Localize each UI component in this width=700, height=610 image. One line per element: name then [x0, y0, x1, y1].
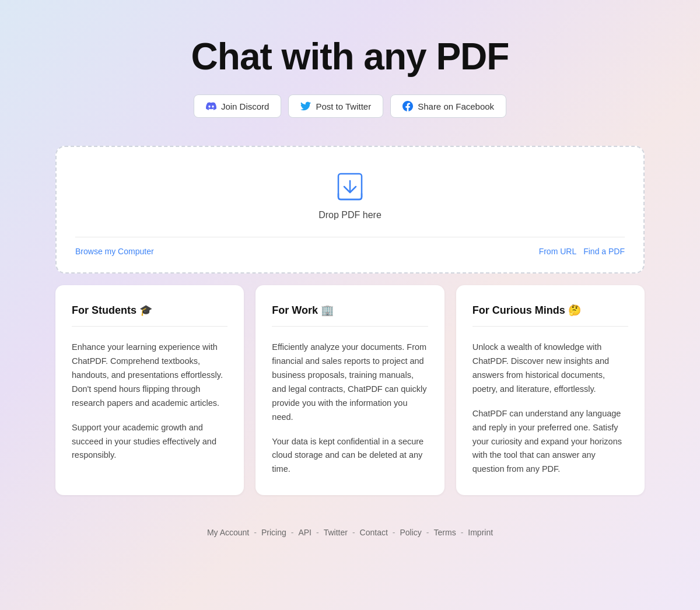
- footer-pricing[interactable]: Pricing: [261, 528, 286, 537]
- footer-sep-1: -: [254, 528, 257, 537]
- curious-card-title: For Curious Minds 🤔: [473, 304, 628, 327]
- footer-twitter[interactable]: Twitter: [324, 528, 348, 537]
- right-links-group: From URL Find a PDF: [539, 247, 625, 256]
- drop-zone-footer: Browse my Computer From URL Find a PDF: [75, 237, 625, 256]
- work-card: For Work 🏢 Efficiently analyze your docu…: [256, 285, 444, 495]
- curious-para-1: Unlock a wealth of knowledge with ChatPD…: [473, 341, 628, 397]
- work-para-2: Your data is kept confidential in a secu…: [272, 435, 428, 477]
- page-title: Chat with any PDF: [191, 35, 509, 78]
- students-para-1: Enhance your learning experience with Ch…: [72, 341, 228, 411]
- browse-computer-link[interactable]: Browse my Computer: [75, 247, 154, 256]
- footer-sep-7: -: [461, 528, 464, 537]
- curious-para-2: ChatPDF can understand any language and …: [473, 407, 628, 477]
- action-buttons-row: Join Discord Post to Twitter Share on Fa…: [194, 94, 506, 118]
- feature-cards: For Students 🎓 Enhance your learning exp…: [55, 285, 645, 495]
- footer-imprint[interactable]: Imprint: [468, 528, 493, 537]
- join-discord-button[interactable]: Join Discord: [194, 94, 282, 118]
- work-card-body: Efficiently analyze your documents. From…: [272, 341, 428, 476]
- facebook-icon: [402, 101, 413, 111]
- footer: My Account - Pricing - API - Twitter - C…: [207, 528, 493, 537]
- curious-card-body: Unlock a wealth of knowledge with ChatPD…: [473, 341, 628, 476]
- footer-sep-6: -: [426, 528, 429, 537]
- students-card-title: For Students 🎓: [72, 304, 228, 327]
- post-twitter-label: Post to Twitter: [316, 101, 371, 111]
- footer-sep-5: -: [393, 528, 396, 537]
- discord-icon: [206, 101, 216, 111]
- pdf-inbox-icon: [334, 170, 366, 203]
- work-para-1: Efficiently analyze your documents. From…: [272, 341, 428, 425]
- pdf-drop-zone[interactable]: Drop PDF here Browse my Computer From UR…: [55, 146, 645, 274]
- footer-terms[interactable]: Terms: [434, 528, 456, 537]
- curious-card: For Curious Minds 🤔 Unlock a wealth of k…: [456, 285, 645, 495]
- footer-sep-4: -: [352, 528, 355, 537]
- find-pdf-link[interactable]: Find a PDF: [583, 247, 625, 256]
- join-discord-label: Join Discord: [221, 101, 270, 111]
- footer-policy[interactable]: Policy: [400, 528, 421, 537]
- post-twitter-button[interactable]: Post to Twitter: [288, 94, 383, 118]
- footer-sep-2: -: [291, 528, 294, 537]
- footer-contact[interactable]: Contact: [360, 528, 388, 537]
- drop-text: Drop PDF here: [318, 210, 382, 220]
- from-url-link[interactable]: From URL: [539, 247, 577, 256]
- students-card-body: Enhance your learning experience with Ch…: [72, 341, 228, 462]
- students-card: For Students 🎓 Enhance your learning exp…: [55, 285, 244, 495]
- work-card-title: For Work 🏢: [272, 304, 428, 327]
- twitter-icon: [300, 101, 311, 111]
- share-facebook-button[interactable]: Share on Facebook: [390, 94, 506, 118]
- students-para-2: Support your academic growth and succeed…: [72, 421, 228, 463]
- footer-my-account[interactable]: My Account: [207, 528, 249, 537]
- footer-sep-3: -: [316, 528, 319, 537]
- footer-api[interactable]: API: [298, 528, 312, 537]
- share-facebook-label: Share on Facebook: [418, 101, 494, 111]
